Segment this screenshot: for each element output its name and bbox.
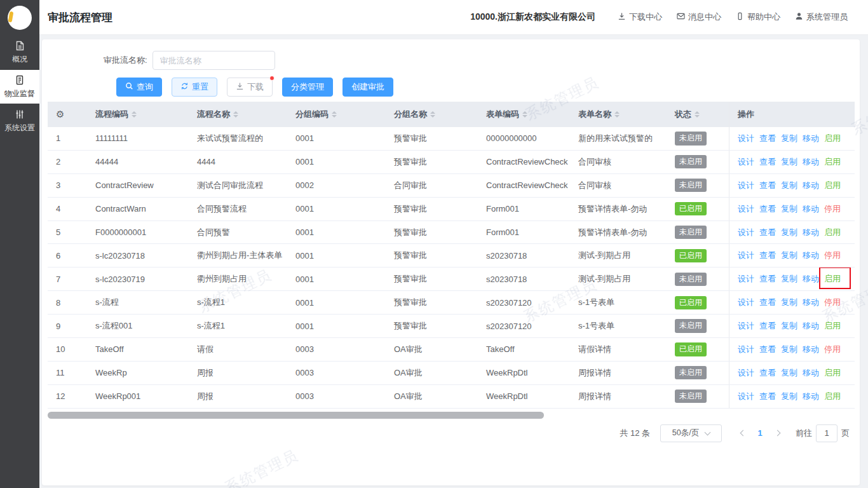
action-copy[interactable]: 复制	[781, 344, 797, 355]
action-copy[interactable]: 复制	[781, 367, 797, 379]
action-design[interactable]: 设计	[738, 250, 754, 261]
action-design[interactable]: 设计	[738, 203, 754, 215]
page-size-select[interactable]: 50条/页	[660, 424, 722, 442]
action-view[interactable]: 查看	[759, 250, 776, 261]
action-move[interactable]: 移动	[803, 156, 819, 168]
help-center-link[interactable]: 帮助中心	[736, 11, 780, 23]
action-design[interactable]: 设计	[738, 227, 754, 238]
action-disable[interactable]: 停用	[824, 250, 841, 261]
action-enable[interactable]: 启用	[824, 367, 841, 379]
flow-name-input[interactable]	[153, 51, 275, 70]
create-approval-button[interactable]: 创建审批	[342, 78, 393, 97]
action-move[interactable]: 移动	[803, 133, 819, 144]
action-copy[interactable]: 复制	[781, 227, 797, 238]
column-header-group-code[interactable]: 分组编码	[289, 109, 388, 120]
sidebar-item-property-supervision[interactable]: 物业监督	[0, 70, 39, 104]
action-design[interactable]: 设计	[738, 273, 754, 285]
action-enable[interactable]: 启用	[824, 391, 841, 402]
action-view[interactable]: 查看	[759, 156, 776, 168]
message-center-link[interactable]: 消息中心	[677, 11, 721, 23]
current-user-link[interactable]: 系统管理员	[795, 11, 848, 23]
action-copy[interactable]: 复制	[781, 320, 797, 332]
action-copy[interactable]: 复制	[781, 250, 797, 261]
action-view[interactable]: 查看	[759, 203, 776, 215]
action-move[interactable]: 移动	[803, 273, 819, 285]
action-view[interactable]: 查看	[759, 391, 776, 402]
action-copy[interactable]: 复制	[781, 297, 797, 308]
action-move[interactable]: 移动	[803, 367, 819, 379]
scrollbar-thumb[interactable]	[48, 412, 544, 419]
action-view[interactable]: 查看	[759, 344, 776, 355]
cell-group-name: 预警审批	[388, 227, 480, 238]
goto-page-input[interactable]	[816, 424, 837, 442]
column-header-status[interactable]: 状态	[664, 109, 729, 120]
action-view[interactable]: 查看	[759, 133, 776, 144]
sort-caret-icon[interactable]	[522, 111, 527, 118]
sort-caret-icon[interactable]	[233, 111, 238, 118]
action-design[interactable]: 设计	[738, 320, 754, 332]
download-button[interactable]: 下载	[227, 78, 273, 97]
action-design[interactable]: 设计	[738, 180, 754, 191]
sidebar-item-label: 系统设置	[4, 123, 35, 133]
action-move[interactable]: 移动	[803, 250, 819, 261]
sort-caret-icon[interactable]	[332, 111, 337, 118]
refresh-icon	[180, 82, 189, 92]
action-view[interactable]: 查看	[759, 227, 776, 238]
action-view[interactable]: 查看	[759, 320, 776, 332]
action-copy[interactable]: 复制	[781, 273, 797, 285]
action-design[interactable]: 设计	[738, 297, 754, 308]
action-copy[interactable]: 复制	[781, 391, 797, 402]
action-copy[interactable]: 复制	[781, 180, 797, 191]
action-view[interactable]: 查看	[759, 180, 776, 191]
table-header: ⚙流程编码流程名称分组编码分组名称表单编码表单名称状态操作	[48, 102, 855, 127]
cell-actions: 设计查看复制移动启用	[729, 268, 855, 290]
column-header-form-name[interactable]: 表单名称	[572, 109, 664, 120]
action-copy[interactable]: 复制	[781, 203, 797, 215]
prev-page-button[interactable]	[735, 424, 751, 442]
action-design[interactable]: 设计	[738, 133, 754, 144]
action-enable[interactable]: 启用	[824, 273, 841, 285]
column-header-group-name[interactable]: 分组名称	[388, 109, 480, 120]
action-enable[interactable]: 启用	[824, 227, 841, 238]
action-design[interactable]: 设计	[738, 344, 754, 355]
column-header-form-code[interactable]: 表单编码	[480, 109, 572, 120]
action-design[interactable]: 设计	[738, 156, 754, 168]
action-move[interactable]: 移动	[803, 320, 819, 332]
column-header-flow-name[interactable]: 流程名称	[191, 109, 289, 120]
action-disable[interactable]: 停用	[824, 344, 841, 355]
action-design[interactable]: 设计	[738, 367, 754, 379]
sort-caret-icon[interactable]	[614, 111, 620, 118]
page-number-current[interactable]: 1	[751, 428, 769, 438]
column-header-flow-code[interactable]: 流程编码	[89, 109, 191, 120]
action-design[interactable]: 设计	[738, 391, 754, 402]
action-enable[interactable]: 启用	[824, 320, 841, 332]
action-disable[interactable]: 停用	[824, 203, 841, 215]
column-settings-button[interactable]: ⚙	[48, 109, 89, 120]
action-view[interactable]: 查看	[759, 297, 776, 308]
action-move[interactable]: 移动	[803, 180, 819, 191]
reset-button[interactable]: 重置	[172, 78, 217, 97]
action-enable[interactable]: 启用	[824, 156, 841, 168]
action-enable[interactable]: 启用	[824, 133, 841, 144]
download-center-link[interactable]: 下载中心	[618, 11, 662, 23]
action-move[interactable]: 移动	[803, 391, 819, 402]
action-copy[interactable]: 复制	[781, 156, 797, 168]
action-enable[interactable]: 启用	[824, 180, 841, 191]
action-view[interactable]: 查看	[759, 367, 776, 379]
category-manage-button[interactable]: 分类管理	[282, 78, 333, 97]
action-view[interactable]: 查看	[759, 273, 776, 285]
row-index: 10	[48, 344, 89, 354]
sidebar-item-overview[interactable]: 概况	[0, 36, 39, 69]
sidebar-item-system-settings[interactable]: 系统设置	[0, 104, 39, 138]
sort-caret-icon[interactable]	[430, 111, 435, 118]
action-disable[interactable]: 停用	[824, 297, 841, 308]
action-move[interactable]: 移动	[803, 227, 819, 238]
action-move[interactable]: 移动	[803, 344, 819, 355]
action-move[interactable]: 移动	[803, 297, 819, 308]
action-copy[interactable]: 复制	[781, 133, 797, 144]
action-move[interactable]: 移动	[803, 203, 819, 215]
query-button[interactable]: 查询	[116, 78, 162, 97]
sort-caret-icon[interactable]	[695, 111, 700, 118]
sort-caret-icon[interactable]	[132, 111, 137, 118]
next-page-button[interactable]	[769, 424, 785, 442]
